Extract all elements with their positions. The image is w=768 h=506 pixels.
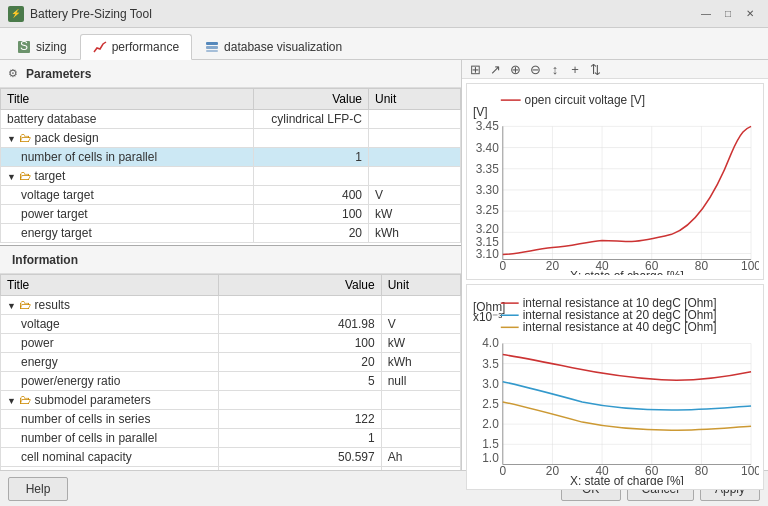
table-row[interactable]: power target 100 kW — [1, 205, 461, 224]
params-col-title: Title — [1, 89, 254, 110]
svg-text:3.30: 3.30 — [476, 183, 499, 197]
info-title: power/energy ratio — [1, 372, 219, 391]
chart-tool-4[interactable]: ⊖ — [526, 60, 544, 78]
svg-rect-2 — [206, 42, 218, 45]
params-table-container[interactable]: Title Value Unit battery database cylind… — [0, 88, 461, 245]
info-title: voltage — [1, 315, 219, 334]
window-title: Battery Pre-Sizing Tool — [30, 7, 152, 21]
info-title: power — [1, 334, 219, 353]
info-value: 20 — [218, 353, 381, 372]
table-row[interactable]: number of cells in series 122 — [1, 410, 461, 429]
params-col-unit: Unit — [369, 89, 461, 110]
table-row[interactable]: ▼ 🗁 pack design — [1, 129, 461, 148]
info-value — [218, 296, 381, 315]
info-toolbar: Information — [0, 246, 461, 274]
info-table-container[interactable]: Title Value Unit ▼ 🗁 results voltage — [0, 274, 461, 470]
chart-tool-7[interactable]: ⇅ — [586, 60, 604, 78]
info-title: ▼ 🗁 submodel parameters — [1, 391, 219, 410]
table-row[interactable]: energy target 20 kWh — [1, 224, 461, 243]
param-title: energy target — [1, 224, 254, 243]
table-row[interactable]: number of cells in parallel 1 — [1, 429, 461, 448]
svg-rect-3 — [206, 46, 218, 49]
param-unit — [369, 167, 461, 186]
info-unit: Ah — [381, 448, 460, 467]
table-row[interactable]: energy 20 kWh — [1, 353, 461, 372]
param-value: 1 — [254, 148, 369, 167]
chart-tool-5[interactable]: ↕ — [546, 60, 564, 78]
info-value: 1 — [218, 429, 381, 448]
close-button[interactable]: ✕ — [740, 6, 760, 22]
param-unit: kWh — [369, 224, 461, 243]
svg-text:internal resistance at 40 degC: internal resistance at 40 degC [Ohm] — [523, 320, 717, 334]
info-title: cell nominal capacity — [1, 448, 219, 467]
tab-performance[interactable]: performance — [80, 34, 192, 60]
table-row[interactable]: cell nominal capacity 50.597 Ah — [1, 448, 461, 467]
param-value: cylindrical LFP-C — [254, 110, 369, 129]
info-unit: null — [381, 372, 460, 391]
svg-text:2.0: 2.0 — [482, 417, 499, 431]
tab-sizing-label: sizing — [36, 40, 67, 54]
table-row[interactable]: number of cells in parallel 1 — [1, 148, 461, 167]
params-toolbar: ⚙ Parameters — [0, 60, 461, 88]
svg-text:3.10: 3.10 — [476, 246, 499, 260]
param-value — [254, 167, 369, 186]
params-toolbar-icon1[interactable]: ⚙ — [4, 65, 22, 83]
info-section-label: Information — [8, 253, 78, 267]
chart-tool-6[interactable]: + — [566, 60, 584, 78]
chart-tool-1[interactable]: ⊞ — [466, 60, 484, 78]
param-unit — [369, 110, 461, 129]
param-unit — [369, 148, 461, 167]
svg-text:4.0: 4.0 — [482, 336, 499, 350]
table-row[interactable]: power 100 kW — [1, 334, 461, 353]
info-title: ▼ 🗁 results — [1, 296, 219, 315]
chart-tool-3[interactable]: ⊕ — [506, 60, 524, 78]
resistance-10deg-curve — [503, 354, 751, 380]
info-value — [218, 391, 381, 410]
minimize-button[interactable]: — — [696, 6, 716, 22]
info-title: number of cells in parallel — [1, 429, 219, 448]
info-col-unit: Unit — [381, 275, 460, 296]
tab-sizing[interactable]: S sizing — [4, 33, 80, 59]
param-title: power target — [1, 205, 254, 224]
info-title: number of cells in series — [1, 410, 219, 429]
info-col-value: Value — [218, 275, 381, 296]
param-title: voltage target — [1, 186, 254, 205]
param-title: number of cells in parallel — [1, 148, 254, 167]
chart-toolbar: ⊞ ↗ ⊕ ⊖ ↕ + ⇅ — [462, 60, 768, 79]
params-col-value: Value — [254, 89, 369, 110]
info-value: 50.597 — [218, 448, 381, 467]
info-value: 401.98 — [218, 315, 381, 334]
svg-text:x10⁻³: x10⁻³ — [473, 310, 502, 324]
info-value: 122 — [218, 410, 381, 429]
svg-text:0: 0 — [499, 463, 506, 477]
param-unit — [369, 129, 461, 148]
table-row[interactable]: ▼ 🗁 results — [1, 296, 461, 315]
info-col-title: Title — [1, 275, 219, 296]
tab-database-visualization[interactable]: database visualization — [192, 33, 355, 59]
table-row[interactable]: power/energy ratio 5 null — [1, 372, 461, 391]
performance-tab-icon — [93, 40, 107, 54]
param-title: ▼ 🗁 pack design — [1, 129, 254, 148]
maximize-button[interactable]: □ — [718, 6, 738, 22]
ocv-legend-label: open circuit voltage [V] — [525, 93, 645, 107]
chart-tool-2[interactable]: ↗ — [486, 60, 504, 78]
table-row[interactable]: ▼ 🗁 submodel parameters — [1, 391, 461, 410]
svg-text:3.40: 3.40 — [476, 140, 499, 154]
svg-text:3.35: 3.35 — [476, 162, 499, 176]
help-button[interactable]: Help — [8, 477, 68, 501]
charts-area: open circuit voltage [V] [V] 3.45 3.40 3… — [462, 79, 768, 494]
svg-text:100: 100 — [741, 463, 759, 477]
svg-rect-4 — [206, 50, 218, 52]
table-row[interactable]: ▼ 🗁 target — [1, 167, 461, 186]
svg-text:80: 80 — [695, 463, 709, 477]
tab-database-label: database visualization — [224, 40, 342, 54]
table-row[interactable]: voltage 401.98 V — [1, 315, 461, 334]
params-section-label: Parameters — [22, 67, 91, 81]
params-table: Title Value Unit battery database cylind… — [0, 88, 461, 243]
table-row[interactable]: voltage target 400 V — [1, 186, 461, 205]
ocv-curve — [503, 126, 751, 254]
svg-text:3.20: 3.20 — [476, 222, 499, 236]
table-row[interactable]: open circuit voltage filename ...ame)_.d… — [1, 467, 461, 471]
svg-text:3.25: 3.25 — [476, 203, 499, 217]
table-row[interactable]: battery database cylindrical LFP-C — [1, 110, 461, 129]
